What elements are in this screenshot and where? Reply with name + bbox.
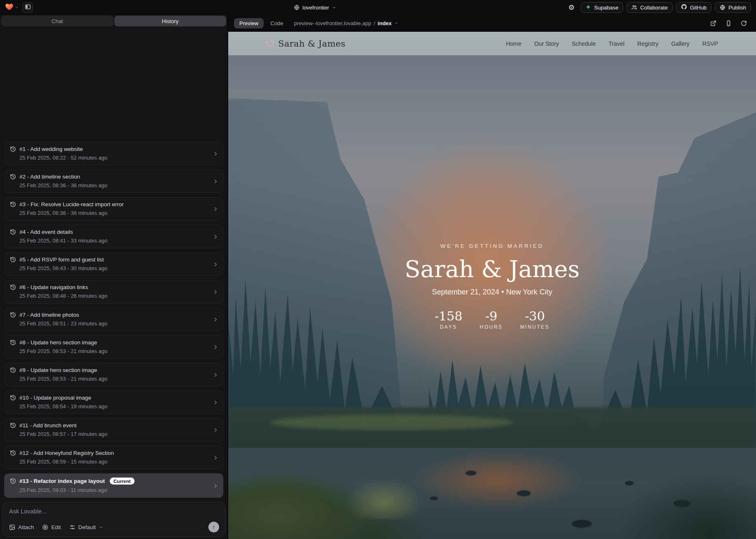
panel-tabs: Chat History <box>1 16 226 26</box>
hero-content: WE'RE GETTING MARRIED Sarah & James Sept… <box>228 243 756 330</box>
attach-button[interactable]: Attach <box>9 524 34 530</box>
countdown-hours-label: HOURS <box>480 324 503 330</box>
countdown-minutes-value: -30 <box>525 309 545 323</box>
collaborate-button[interactable]: Collaborate <box>626 2 673 13</box>
history-item-title: #13 - Refactor index page layout <box>19 478 105 484</box>
countdown-minutes: -30 MINUTES <box>520 309 550 330</box>
history-item[interactable]: #1 - Add wedding website 25 Feb 2025, 08… <box>4 142 223 165</box>
sliders-icon <box>69 524 76 530</box>
history-item[interactable]: #2 - Add timeline section 25 Feb 2025, 0… <box>4 169 223 193</box>
tab-chat[interactable]: Chat <box>1 16 113 26</box>
countdown-days-label: DAYS <box>440 324 457 330</box>
history-item[interactable]: #8 - Update hero section image 25 Feb 20… <box>4 335 223 359</box>
chevron-right-icon <box>213 261 219 267</box>
preview-url[interactable]: preview--lovefrontier.lovable.app / inde… <box>294 20 399 26</box>
history-item-timestamp: 25 Feb 2025, 08:51 - 23 minutes ago <box>10 320 209 327</box>
history-icon <box>10 229 16 235</box>
countdown-minutes-label: MINUTES <box>520 324 550 330</box>
history-item-timestamp: 25 Feb 2025, 08:48 - 26 minutes ago <box>10 293 209 299</box>
history-item[interactable]: #10 - Update proposal image 25 Feb 2025,… <box>4 391 223 414</box>
sidebar-toggle-button[interactable] <box>22 2 33 13</box>
preview-url-separator: / <box>373 20 375 26</box>
countdown-days: -158 DAYS <box>435 309 462 330</box>
chevron-right-icon <box>213 399 219 405</box>
smartphone-icon <box>725 20 732 26</box>
settings-button[interactable]: ⚙ <box>566 2 577 13</box>
history-item-title: #6 - Update navigation links <box>19 284 88 290</box>
history-item-timestamp: 25 Feb 2025, 08:53 - 21 minutes ago <box>10 348 209 354</box>
history-item-timestamp: 25 Feb 2025, 08:57 - 17 minutes ago <box>10 431 209 437</box>
mobile-view-button[interactable] <box>723 18 733 29</box>
history-icon <box>10 312 16 318</box>
chevron-right-icon <box>213 233 219 240</box>
tab-preview[interactable]: Preview <box>234 18 264 28</box>
mode-selector[interactable]: Default <box>69 524 104 530</box>
history-item-title: #12 - Add Honeyfund Registry Section <box>19 450 114 456</box>
preview-url-page: index <box>378 20 392 26</box>
nav-our-story[interactable]: Our Story <box>534 40 559 47</box>
history-item[interactable]: #5 - Add RSVP form and guest list 25 Feb… <box>4 252 223 276</box>
site-brand[interactable]: Sarah & James <box>266 39 345 49</box>
history-item-title: #9 - Update hero section image <box>19 367 97 373</box>
send-button[interactable]: ↑ <box>208 522 219 532</box>
chevron-down-icon <box>99 525 103 530</box>
history-icon <box>10 257 16 263</box>
tab-history[interactable]: History <box>114 16 227 26</box>
nav-schedule[interactable]: Schedule <box>572 40 595 47</box>
mode-label: Default <box>78 524 96 530</box>
history-item[interactable]: #7 - Add timeline photos 25 Feb 2025, 08… <box>4 308 223 331</box>
open-in-new-tab-button[interactable] <box>708 18 718 29</box>
history-item-timestamp: 25 Feb 2025, 08:36 - 38 minutes ago <box>10 182 209 188</box>
chevron-down-icon <box>332 5 336 10</box>
nav-registry[interactable]: Registry <box>637 40 658 47</box>
attach-label: Attach <box>18 524 34 530</box>
history-item-timestamp: 25 Feb 2025, 08:43 - 30 minutes ago <box>10 265 209 271</box>
chevron-right-icon <box>213 483 219 489</box>
history-item[interactable]: #11 - Add brunch event 25 Feb 2025, 08:5… <box>4 418 223 442</box>
arrow-up-icon: ↑ <box>213 524 215 530</box>
nav-home[interactable]: Home <box>506 40 521 47</box>
chevron-right-icon <box>213 206 219 212</box>
countdown-days-value: -158 <box>435 309 462 323</box>
supabase-label: Supabase <box>594 5 619 11</box>
hero-title: Sarah & James <box>404 256 579 282</box>
history-item[interactable]: #4 - Add event details 25 Feb 2025, 08:4… <box>4 225 223 248</box>
chevron-right-icon <box>213 427 219 433</box>
history-item-timestamp: 25 Feb 2025, 09:03 - 11 minutes ago <box>10 487 209 493</box>
supabase-button[interactable]: Supabase <box>581 2 624 13</box>
target-icon <box>42 524 48 530</box>
github-button[interactable]: GitHub <box>676 2 711 13</box>
supabase-bolt-icon <box>586 4 591 11</box>
history-item-title: #3 - Fix: Resolve Lucide-react import er… <box>19 201 124 207</box>
history-item[interactable]: #6 - Update navigation links 25 Feb 2025… <box>4 280 223 304</box>
history-item[interactable]: #3 - Fix: Resolve Lucide-react import er… <box>4 197 223 221</box>
history-item[interactable]: #12 - Add Honeyfund Registry Section 25 … <box>4 446 223 469</box>
panel-left-icon <box>25 4 31 12</box>
history-list: #1 - Add wedding website 25 Feb 2025, 08… <box>0 26 227 498</box>
site-header: Sarah & James Home Our Story Schedule Tr… <box>228 32 756 55</box>
refresh-button[interactable] <box>739 18 749 29</box>
chevron-right-icon <box>213 151 219 157</box>
edit-button[interactable]: Edit <box>42 524 61 530</box>
history-item[interactable]: #9 - Update hero section image 25 Feb 20… <box>4 363 223 386</box>
prompt-input[interactable] <box>9 508 219 515</box>
nav-rsvp[interactable]: RSVP <box>702 40 718 47</box>
prompt-composer: Attach Edit Default <box>2 502 225 537</box>
nav-travel[interactable]: Travel <box>609 40 624 47</box>
gear-icon: ⚙ <box>568 4 574 11</box>
globe-icon <box>720 5 725 10</box>
nav-gallery[interactable]: Gallery <box>671 40 690 47</box>
history-item-current[interactable]: #13 - Refactor index page layout Current… <box>4 473 223 498</box>
project-switcher[interactable]: lovefrontier <box>294 0 336 15</box>
tab-code[interactable]: Code <box>270 20 283 26</box>
history-icon <box>10 284 16 290</box>
lovable-logo-menu[interactable] <box>5 2 19 13</box>
globe-icon <box>294 5 300 10</box>
preview-toolbar: Preview Code preview--lovefrontier.lovab… <box>228 15 756 32</box>
history-item-timestamp: 25 Feb 2025, 08:41 - 33 minutes ago <box>10 238 209 244</box>
publish-button[interactable]: Publish <box>715 2 751 13</box>
chevron-right-icon <box>213 289 219 295</box>
external-link-icon <box>710 20 716 26</box>
collaborate-label: Collaborate <box>640 5 668 11</box>
history-item-title: #1 - Add wedding website <box>19 146 83 152</box>
